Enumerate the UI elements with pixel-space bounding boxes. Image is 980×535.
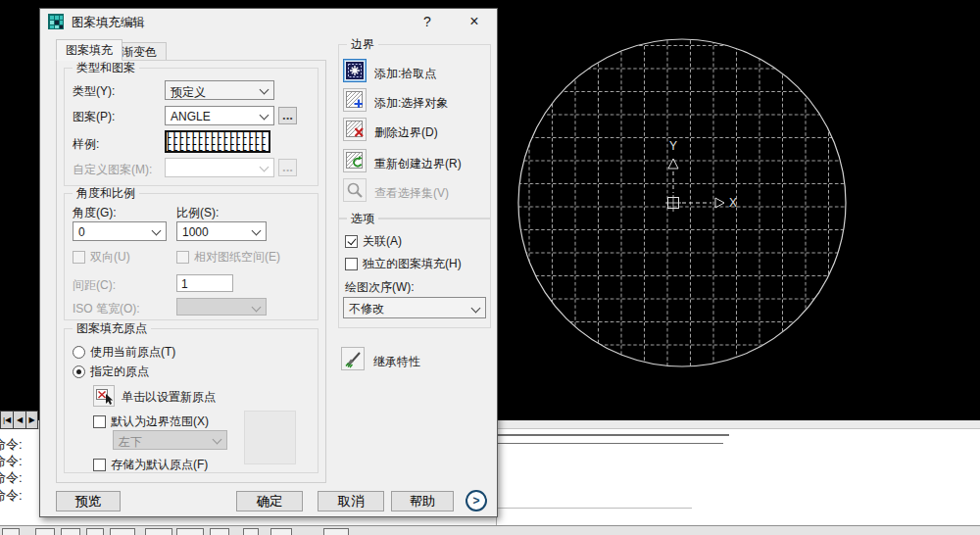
specified-origin-row: 指定的原点 [73, 364, 149, 380]
window-divider [496, 508, 692, 509]
pick-points-icon [345, 61, 365, 80]
store-default-label: 存储为默认原点(F) [111, 457, 208, 473]
statusbar-button[interactable] [176, 528, 204, 535]
remove-boundaries-button[interactable] [343, 118, 367, 141]
tab-hatch[interactable]: 图案填充 [56, 39, 122, 61]
statusbar-button[interactable] [35, 528, 55, 535]
pattern-browse-button[interactable]: ... [278, 107, 297, 124]
spacing-label: 间距(C): [73, 278, 116, 292]
use-current-origin-label: 使用当前原点(T) [90, 344, 175, 361]
hatch-edit-app-icon [48, 14, 64, 29]
view-selections-label: 查看选择集(V) [374, 186, 449, 200]
default-extents-label: 默认为边界范围(X) [111, 413, 209, 430]
default-extents-row: 默认为边界范围(X) [93, 413, 209, 430]
add-select-objects-button[interactable] [343, 88, 367, 112]
recreate-boundary-button[interactable] [343, 149, 367, 172]
close-icon[interactable]: × [460, 12, 489, 31]
use-current-origin-radio[interactable] [73, 346, 85, 359]
remove-boundaries-label: 删除边界(D) [374, 125, 438, 139]
add-pick-points-label: 添加:拾取点 [374, 67, 436, 80]
angle-label: 角度(G): [73, 206, 117, 219]
associative-row: 关联(A) [345, 233, 402, 250]
iso-pen-width-label: ISO 笔宽(O): [73, 302, 140, 316]
pattern-label: 图案(P): [73, 110, 115, 123]
chevron-down-icon [260, 111, 270, 121]
inherit-properties-icon [343, 349, 363, 368]
statusbar-button[interactable] [145, 528, 172, 535]
cancel-button[interactable]: 取消 [318, 491, 384, 511]
scroll-prev-button[interactable]: ◀ [13, 411, 25, 429]
specified-origin-radio[interactable] [73, 365, 85, 378]
origin-preview-box [244, 411, 296, 464]
double-label: 双向(U) [90, 249, 130, 266]
angle-select[interactable]: 0 [73, 221, 167, 241]
click-new-origin-label: 单击以设置新原点 [122, 390, 216, 404]
statusbar-button[interactable] [243, 528, 259, 535]
y-axis-label: Y [669, 139, 677, 153]
statusbar-button[interactable] [86, 528, 104, 535]
specified-origin-label: 指定的原点 [90, 364, 149, 380]
more-options-button[interactable]: > [466, 490, 487, 511]
recreate-boundary-icon [345, 151, 365, 170]
use-current-origin-row: 使用当前原点(T) [73, 344, 175, 361]
ok-button[interactable]: 确定 [236, 491, 303, 511]
separate-hatches-checkbox[interactable] [345, 258, 358, 270]
set-new-origin-button[interactable] [93, 385, 115, 407]
statusbar-button[interactable] [210, 528, 229, 535]
statusbar-button[interactable] [61, 528, 80, 535]
help-button[interactable]: 帮助 [391, 491, 454, 511]
add-pick-points-button[interactable] [343, 59, 367, 82]
add-select-objects-label: 添加:选择对象 [374, 96, 448, 110]
pattern-select[interactable]: ANGLE [165, 106, 274, 125]
chevron-down-icon [152, 226, 162, 236]
chevron-down-icon [260, 85, 270, 95]
group-label: 角度和比例 [73, 186, 139, 200]
draw-order-label: 绘图次序(W): [345, 280, 415, 294]
scroll-first-button[interactable]: |◀ [0, 411, 13, 429]
view-selections-button [343, 178, 367, 202]
group-options: 选项 关联(A) 独立的图案填充(H) 绘图次序(W): 不修改 [338, 219, 491, 328]
chevron-down-icon [252, 303, 262, 313]
chevron-down-icon [213, 435, 222, 445]
store-default-row: 存储为默认原点(F) [93, 457, 208, 473]
draw-order-select[interactable]: 不修改 [343, 297, 486, 318]
separate-hatches-row: 独立的图案填充(H) [345, 256, 462, 272]
group-hatch-origin: 图案填充原点 使用当前原点(T) 指定的原点 单击以设置新原点 默认为边界范围(… [64, 328, 318, 473]
chevron-down-icon [260, 163, 270, 172]
type-label: 类型(Y): [73, 84, 115, 98]
remove-boundaries-icon [345, 120, 365, 139]
custom-pattern-label: 自定义图案(M): [73, 163, 152, 176]
magnifier-icon [345, 180, 365, 200]
associative-checkbox[interactable] [345, 235, 358, 248]
statusbar-button[interactable] [2, 528, 20, 535]
inherit-properties-button[interactable] [341, 347, 365, 370]
preview-button[interactable]: 预览 [56, 491, 121, 511]
statusbar-button[interactable] [110, 528, 135, 535]
scale-select[interactable]: 1000 [176, 221, 267, 241]
associative-label: 关联(A) [363, 233, 402, 250]
type-select[interactable]: 预定义 [165, 80, 274, 100]
chevron-down-icon [252, 226, 262, 236]
x-axis-label: X [729, 196, 737, 210]
default-extents-checkbox[interactable] [93, 415, 106, 428]
group-label: 边界 [347, 37, 378, 51]
store-default-checkbox[interactable] [93, 459, 106, 471]
set-origin-icon [94, 386, 114, 406]
statusbar-button[interactable] [323, 528, 349, 535]
custom-pattern-select [165, 158, 274, 177]
group-label: 图案填充原点 [73, 321, 151, 335]
status-bar [0, 525, 980, 535]
statusbar-button[interactable] [270, 528, 292, 535]
double-checkbox-row: 双向(U) [73, 249, 130, 266]
window-divider [496, 443, 723, 444]
scroll-next-button[interactable]: ▶ [25, 411, 38, 429]
group-angle-and-scale: 角度和比例 角度(G): 比例(S): 0 1000 双向(U) 相对图纸空间(… [64, 193, 318, 320]
select-objects-icon [345, 90, 365, 110]
pattern-sample-swatch[interactable]: LLLLLLLLLLLLLLLL LLLLLLLLLLLLLLLL LLLLLL… [165, 130, 270, 153]
relative-checkbox [176, 251, 189, 264]
group-type-and-pattern: 类型和图案 类型(Y): 预定义 图案(P): ANGLE ... 样例: LL… [64, 68, 318, 186]
spacing-input[interactable]: 1 [176, 274, 233, 292]
inherit-properties-label: 继承特性 [373, 355, 420, 368]
help-titlebar-button[interactable]: ? [413, 12, 442, 31]
scale-label: 比例(S): [176, 206, 219, 219]
